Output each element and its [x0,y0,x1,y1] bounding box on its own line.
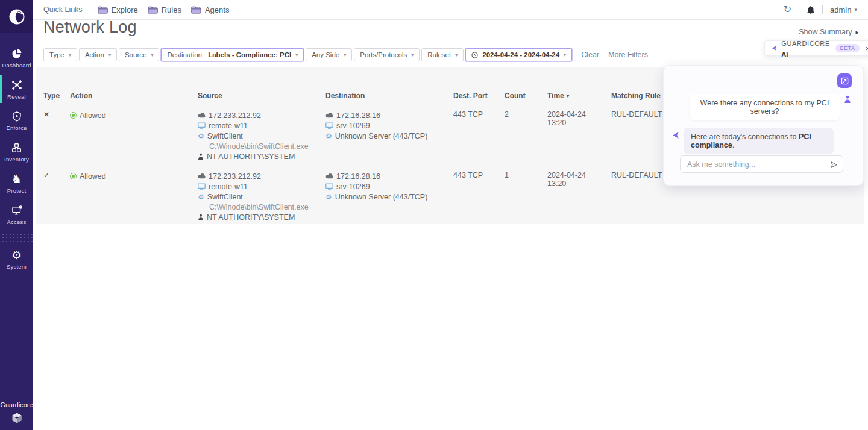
monitor-icon [198,122,206,129]
filter-type[interactable]: Type ▾ [43,48,77,61]
clear-filters-link[interactable]: Clear [581,51,599,59]
source-ip: 172.233.212.92 [209,172,261,181]
chat-input-wrap [680,155,843,173]
column-header-count[interactable]: Count [505,92,547,100]
allowed-status-icon [70,112,77,119]
system-gear-icon: ⚙ [11,248,22,261]
page-title: Network Log [43,18,137,37]
source-process: SwiftClient [207,193,243,201]
sidebar-item-system[interactable]: ⚙ System [0,243,33,275]
monitor-icon [326,183,333,190]
sidebar-item-enforce[interactable]: Enforce [0,105,33,136]
folder-icon [191,6,201,14]
source-host: remote-w11 [209,182,248,191]
guardicore-ai-chip[interactable]: GUARDICORE AI BETA × [764,40,868,56]
sidebar-item-access[interactable]: Access [0,199,33,230]
column-header-source[interactable]: Source [198,92,326,100]
user-menu[interactable]: admin ▾ [830,5,857,14]
answer-text: Here are today's connections to [691,132,799,141]
filter-label: Ruleset [427,51,451,58]
sidebar-dotted-divider [0,231,33,242]
filter-value: Labels - Compliance: PCI [208,51,291,58]
quick-links[interactable]: Quick Links [43,5,83,14]
monitor-icon [198,183,206,190]
sidebar-item-label: Protect [7,187,27,194]
app-root: Dashboard Reveal Enforce [0,0,868,430]
send-icon[interactable] [830,160,838,171]
source-host: remote-w11 [209,122,248,130]
notifications-bell-icon[interactable] [807,5,815,14]
filter-value: 2024-04-24 - 2024-04-24 [482,51,559,58]
sidebar: Dashboard Reveal Enforce [0,0,33,430]
show-summary-link[interactable]: Show Summary ▸ [799,28,859,36]
sidebar-item-reveal[interactable]: Reveal [0,73,33,105]
column-header-destination[interactable]: Destination [326,92,453,100]
collapse-chat-button[interactable] [837,73,852,88]
chat-collapse-icon [841,77,849,85]
chevron-down-icon: ▾ [295,52,298,58]
source-path: C:\Winode\bin\SwiftClient.exe [209,142,309,151]
sidebar-item-dashboard[interactable]: Dashboard [0,42,33,73]
sidebar-item-inventory[interactable]: Inventory [0,136,33,167]
destination-ip: 172.16.28.16 [336,111,380,120]
sidebar-item-label: Inventory [4,156,29,163]
answer-text: . [732,141,734,149]
column-header-dest-port[interactable]: Dest. Port [453,92,505,100]
filter-label: Source [125,51,146,58]
source-cell: 172.233.212.92 remote-w11 ⚙SwiftClient C… [198,171,326,224]
cloud-icon [198,173,206,179]
nav-item-agents[interactable]: Agents [191,5,229,14]
column-header-action[interactable]: Action [70,92,198,100]
protect-knight-icon: ♞ [11,172,22,185]
allowed-status-icon [70,173,77,179]
column-header-time[interactable]: Time▾ [547,92,611,100]
nav-item-explore[interactable]: Explore [98,5,138,14]
destination-host: srv-10269 [336,122,370,130]
monitor-icon [326,122,333,129]
dashboard-pie-icon [11,47,22,60]
time-date: 2024-04-24 [547,110,611,119]
destination-cell: 172.16.28.16 srv-10269 ⚙Unknown Server (… [326,110,453,166]
filter-bar: Type ▾ Action ▾ Source ▾ Destination: La… [43,48,648,61]
filter-source[interactable]: Source ▾ [119,48,159,61]
refresh-icon[interactable]: ↻ [784,5,791,14]
destination-service: Unknown Server (443/TCP) [335,193,428,201]
chevron-down-icon: ▾ [564,52,566,58]
user-icon [198,153,204,160]
filter-any-side[interactable]: Any Side ▾ [306,48,352,61]
sidebar-item-protect[interactable]: ♞ Protect [0,167,33,199]
chat-input[interactable] [680,155,843,173]
sidebar-item-label: System [7,263,27,270]
chevron-down-icon: ▾ [108,52,111,58]
dest-port-cell: 443 TCP [453,110,505,166]
cloud-icon [326,173,333,179]
source-process: SwiftClient [207,132,243,140]
guardicore-crescent-logo[interactable] [0,0,33,33]
destination-host: srv-10269 [336,182,370,191]
nav-item-rules[interactable]: Rules [148,5,181,14]
filter-ports-protocols[interactable]: Ports/Protocols ▾ [354,48,420,61]
count-cell: 1 [505,171,547,224]
filter-label: Any Side [312,51,339,58]
filter-destination[interactable]: Destination: Labels - Compliance: PCI ▾ [161,48,304,61]
destination-cell: 172.16.28.16 srv-10269 ⚙Unknown Server (… [326,171,453,224]
more-filters-link[interactable]: More Filters [608,51,648,59]
sort-desc-icon: ▾ [567,93,570,99]
destination-ip: 172.16.28.16 [336,172,380,181]
process-gear-icon: ⚙ [326,132,332,140]
chevron-down-icon: ▾ [411,52,414,58]
inventory-boxes-icon [11,141,22,154]
filter-date-range[interactable]: 2024-04-24 - 2024-04-24 ▾ [465,48,572,61]
filter-label: Ports/Protocols [360,51,407,58]
destination-service: Unknown Server (443/TCP) [335,132,428,140]
filter-label: Action [85,51,104,58]
ai-message-bubble: Here are today's connections to PCI comp… [684,128,834,154]
user-message-bubble: Were there any connections to my PCI ser… [690,94,840,120]
sidebar-item-label: Enforce [6,125,27,131]
filter-action[interactable]: Action ▾ [79,48,117,61]
close-icon[interactable]: × [865,44,868,53]
filter-label: Destination: [167,51,204,58]
filter-ruleset[interactable]: Ruleset ▾ [421,48,464,61]
source-ip: 172.233.212.92 [209,111,261,120]
column-header-type[interactable]: Type [43,92,70,100]
